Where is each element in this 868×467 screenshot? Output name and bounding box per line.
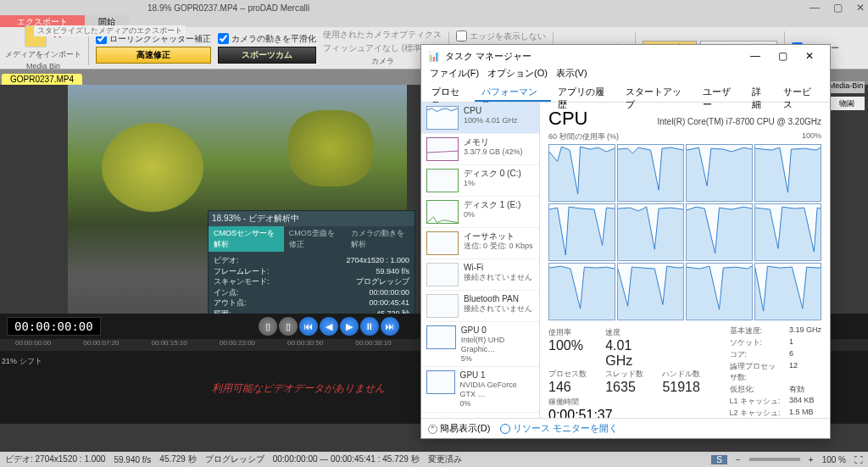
taskmgr-simple-toggle[interactable]: ⌃ 簡易表示(D) bbox=[428, 422, 490, 435]
menu-view[interactable]: 表示(V) bbox=[553, 67, 591, 82]
btn-in-point[interactable]: ▯ bbox=[279, 317, 298, 336]
status-zoom-in-icon[interactable]: + bbox=[809, 455, 814, 464]
side-gpu1[interactable]: GPU 1NVIDIA GeForce GTX … 0% bbox=[421, 367, 539, 412]
mediabin-file-tab[interactable]: GOPR0237.MP4 bbox=[2, 74, 82, 85]
tab-details[interactable]: 詳細 bbox=[745, 82, 776, 102]
import-label: メディアをインポート bbox=[5, 49, 81, 60]
tab-processes[interactable]: プロセス bbox=[425, 82, 475, 102]
taskmgr-sidebar: CPU100% 4.01 GHz メモリ3.3/7.9 GB (42%) ディス… bbox=[421, 103, 540, 418]
taskmgr-tabs: プロセス パフォーマンス アプリの履歴 スタートアップ ユーザー 詳細 サービス bbox=[421, 82, 830, 103]
analysis-tab-motion[interactable]: カメラの動きを解析 bbox=[346, 226, 415, 252]
btn-skip-fwd[interactable]: ⏭ bbox=[381, 317, 399, 336]
taskmgr-resmon-link[interactable]: リソース モニターを開く bbox=[500, 422, 618, 435]
side-cpu[interactable]: CPU100% 4.01 GHz bbox=[421, 103, 539, 134]
used-optics-label: 使用されたカメラオプティクス bbox=[323, 29, 442, 41]
side-disk0[interactable]: ディスク 0 (C:)1% bbox=[421, 165, 539, 197]
side-wifi[interactable]: Wi-Fi接続されていません bbox=[421, 259, 539, 291]
svg-marker-6 bbox=[687, 207, 752, 260]
status-video: ビデオ: 2704x1520 : 1.000 bbox=[5, 453, 105, 465]
analysis-title: 18.93% - ビデオ解析中 bbox=[209, 211, 415, 226]
status-s: S bbox=[711, 455, 727, 464]
mediabin-right-panel: 物園 bbox=[829, 97, 865, 110]
cpu-model: Intel(R) Core(TM) i7-8700 CPU @ 3.20GHz bbox=[657, 117, 821, 126]
btn-hires[interactable]: 高速修正 bbox=[96, 47, 211, 64]
side-gpu0[interactable]: GPU 0Intel(R) UHD Graphic… 5% bbox=[421, 322, 539, 367]
side-disk1[interactable]: ディスク 1 (E:)0% bbox=[421, 197, 539, 228]
side-bluetooth[interactable]: Bluetooth PAN接続されていません bbox=[421, 291, 539, 322]
status-scan: プログレッシブ bbox=[205, 453, 264, 465]
taskmgr-min-icon[interactable]: — bbox=[742, 50, 769, 62]
btn-out-point[interactable]: ▯ bbox=[259, 317, 277, 336]
graph-left-label: 60 秒間の使用率 (%) bbox=[548, 131, 619, 142]
chk-smooth-motion[interactable]: カメラの動きを平滑化 bbox=[218, 33, 316, 45]
status-fullscreen-icon[interactable]: ⛶ bbox=[854, 455, 863, 464]
timeline-track-label: 21% シフト bbox=[2, 356, 42, 367]
btn-pause[interactable]: ⏸ bbox=[360, 317, 379, 336]
maximize-icon[interactable]: ▢ bbox=[833, 2, 843, 14]
app-title: 18.9% GOPR0237.MP4 -- proDAD Mercalli bbox=[147, 3, 309, 13]
cpu-heading: CPU bbox=[548, 108, 587, 130]
analysis-tab-distort[interactable]: CMOS歪曲を修正 bbox=[284, 226, 346, 252]
svg-marker-1 bbox=[618, 147, 683, 201]
svg-marker-10 bbox=[687, 266, 752, 320]
analysis-tab-cmos[interactable]: CMOSセンサーを解析 bbox=[209, 226, 284, 252]
status-changed: 変更済み bbox=[428, 453, 462, 465]
sub-banner: スタビライズしたメディアのエクスポート bbox=[34, 25, 186, 36]
tab-users[interactable]: ユーザー bbox=[696, 82, 746, 102]
svg-marker-3 bbox=[755, 147, 821, 201]
app-titlebar: 18.9% GOPR0237.MP4 -- proDAD Mercalli — … bbox=[0, 0, 868, 15]
chk-edge[interactable]: エッジを表示しない bbox=[456, 31, 546, 42]
minimize-icon[interactable]: — bbox=[810, 2, 820, 14]
timecode-display: 00:00:00:00 bbox=[7, 317, 101, 336]
taskmgr-footer: ⌃ 簡易表示(D) リソース モニターを開く bbox=[421, 418, 830, 438]
statusbar: ビデオ: 2704x1520 : 1.000 59.940 f/s 45.729… bbox=[0, 452, 868, 467]
tab-apphistory[interactable]: アプリの履歴 bbox=[551, 82, 619, 102]
cpu-core-graphs bbox=[548, 144, 821, 320]
tab-startup[interactable]: スタートアップ bbox=[619, 82, 696, 102]
status-zoom: 100 % bbox=[822, 455, 846, 464]
taskmgr-window: 📊 タスク マネージャー — ▢ ✕ ファイル(F) オプション(O) 表示(V… bbox=[420, 44, 831, 439]
menu-file[interactable]: ファイル(F) bbox=[426, 67, 482, 82]
status-dur: 45.729 秒 bbox=[159, 453, 196, 465]
svg-marker-9 bbox=[618, 266, 683, 320]
status-zoom-out-icon[interactable]: − bbox=[736, 455, 741, 464]
taskmgr-titlebar[interactable]: 📊 タスク マネージャー — ▢ ✕ bbox=[421, 45, 830, 67]
svg-marker-7 bbox=[755, 207, 821, 260]
tab-performance[interactable]: パフォーマンス bbox=[475, 82, 552, 102]
status-fps: 59.940 f/s bbox=[114, 455, 151, 464]
side-memory[interactable]: メモリ3.3/7.9 GB (42%) bbox=[421, 134, 539, 165]
btn-play[interactable]: ▶ bbox=[340, 317, 359, 336]
btn-skip-back[interactable]: ⏮ bbox=[299, 317, 318, 336]
ribbon-tabs: エクスポート 開始 スタビライズしたメディアのエクスポート bbox=[0, 15, 868, 27]
taskmgr-close-icon[interactable]: ✕ bbox=[796, 50, 823, 62]
graph-right-label: 100% bbox=[802, 131, 821, 142]
cpu-detail-stats: 基本速度:3.19 GHz ソケット:1 コア:6 論理プロセッサ数:12 仮想… bbox=[730, 325, 821, 418]
btn-play-back[interactable]: ◀ bbox=[320, 317, 338, 336]
menu-options[interactable]: オプション(O) bbox=[484, 67, 551, 82]
status-range: 00:00:00:00 — 00:00:45:41 : 45.729 秒 bbox=[273, 453, 420, 465]
tab-services[interactable]: サービス bbox=[776, 82, 826, 102]
mediabin-right-tab[interactable]: Media-Bin bbox=[827, 81, 865, 93]
taskmgr-menu: ファイル(F) オプション(O) 表示(V) bbox=[421, 67, 830, 82]
btn-sportscam[interactable]: スポーツカム bbox=[218, 47, 316, 64]
taskmgr-title: タスク マネージャー bbox=[445, 50, 531, 63]
side-ethernet[interactable]: イーサネット送信: 0 受信: 0 Kbps bbox=[421, 228, 539, 259]
close-icon[interactable]: ✕ bbox=[856, 2, 865, 14]
taskmgr-main: CPU Intel(R) Core(TM) i7-8700 CPU @ 3.20… bbox=[540, 103, 830, 418]
timeline-nodata-msg: 利用可能なビデオデータがありません bbox=[212, 381, 385, 396]
taskmgr-icon: 📊 bbox=[428, 51, 440, 62]
taskmgr-max-icon[interactable]: ▢ bbox=[769, 50, 796, 62]
svg-marker-5 bbox=[618, 207, 683, 260]
svg-marker-2 bbox=[687, 147, 752, 201]
